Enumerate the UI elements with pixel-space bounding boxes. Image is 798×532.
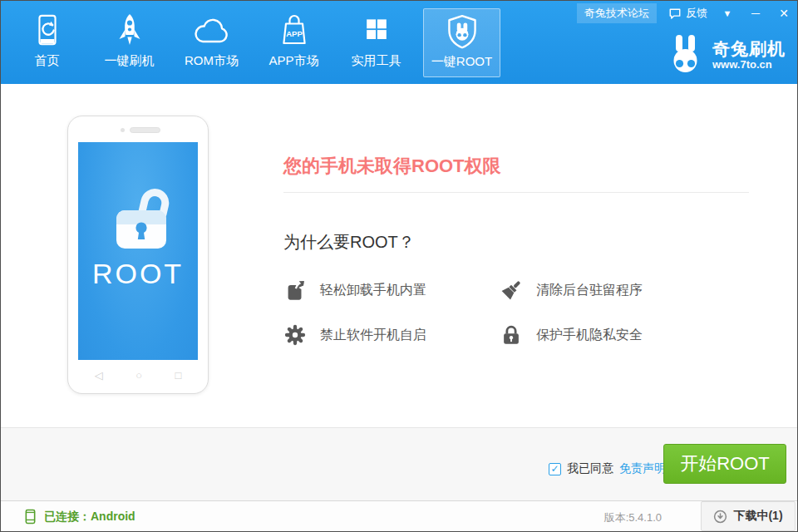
root-info-panel: 您的手机未取得ROOT权限 为什么要ROOT？ 轻松卸载手机内置 xyxy=(283,84,786,347)
grid-tiles-icon xyxy=(360,8,393,50)
screen-root-label: ROOT xyxy=(92,258,184,290)
start-root-button[interactable]: 开始ROOT xyxy=(663,444,786,484)
nav-item-rom-market[interactable]: ROM市场 xyxy=(173,8,250,77)
uninstall-box-icon xyxy=(283,278,307,302)
connection-status: 已连接：Android xyxy=(24,501,135,532)
forum-button[interactable]: 奇兔技术论坛 xyxy=(577,3,657,23)
action-bar: ✓ 我已同意 免责声明 开始ROOT xyxy=(1,427,797,500)
nav-item-label: 首页 xyxy=(35,53,60,69)
connection-text: 已连接：Android xyxy=(44,510,135,525)
rabbit-logo-icon xyxy=(668,34,705,76)
download-label: 下载中(1) xyxy=(733,509,782,524)
page-title: 您的手机未取得ROOT权限 xyxy=(283,154,786,179)
nav-item-tools[interactable]: 实用工具 xyxy=(337,8,415,77)
connected-phone-icon xyxy=(24,509,37,525)
app-bag-icon: APP xyxy=(276,8,313,50)
privacy-lock-icon xyxy=(500,323,523,347)
cloud-icon xyxy=(192,8,232,50)
status-bar: 已连接：Android 版本:5.4.1.0 下载中(1) xyxy=(1,500,797,532)
shield-rabbit-icon xyxy=(444,9,480,51)
nav-item-label: 实用工具 xyxy=(352,53,401,69)
phone-camera-dot xyxy=(121,128,125,132)
feature-label: 轻松卸载手机内置 xyxy=(320,282,426,299)
divider xyxy=(283,192,749,193)
minimize-button[interactable]: ─ xyxy=(747,5,764,22)
phone-speaker xyxy=(130,127,160,133)
header: 首页 一键刷机 ROM市场 xyxy=(1,1,797,84)
phone-nav-bar: ◁ ○ □ xyxy=(78,369,198,382)
dropdown-icon[interactable]: ▼ xyxy=(719,5,736,22)
android-home-icon: ○ xyxy=(135,369,142,382)
nav-item-label: ROM市场 xyxy=(185,53,239,69)
android-back-icon: ◁ xyxy=(95,369,103,382)
nav-item-flash[interactable]: 一键刷机 xyxy=(91,8,168,77)
agree-label: 我已同意 xyxy=(567,461,613,476)
version-text: 版本:5.4.1.0 xyxy=(604,510,662,525)
app-bag-text: APP xyxy=(286,29,303,38)
nav-item-label: 一键刷机 xyxy=(105,53,155,69)
download-icon xyxy=(713,510,727,524)
phone-refresh-icon xyxy=(30,8,65,50)
app-window: 首页 一键刷机 ROM市场 xyxy=(0,0,798,532)
brand-url: www.7to.cn xyxy=(712,58,786,71)
feature-grid: 轻松卸载手机内置 清除后台驻留程序 xyxy=(283,278,786,347)
nav-item-label: 一键ROOT xyxy=(431,54,492,70)
feedback-button[interactable]: 反馈 xyxy=(668,6,707,21)
speech-bubble-icon xyxy=(668,7,682,20)
open-padlock-icon xyxy=(111,184,178,250)
clean-brush-icon xyxy=(500,278,523,302)
nav-item-app-market[interactable]: APP APP市场 xyxy=(255,8,332,77)
titlebar-controls: 奇兔技术论坛 反馈 ▼ ─ ✕ xyxy=(577,3,792,23)
why-root-heading: 为什么要ROOT？ xyxy=(283,231,786,254)
feature-autostart: 禁止软件开机自启 xyxy=(283,323,500,347)
brand-name: 奇兔刷机 xyxy=(712,39,786,58)
nav-item-one-key-root[interactable]: 一键ROOT xyxy=(423,8,500,77)
agree-group: ✓ 我已同意 免责声明 xyxy=(549,461,666,476)
nav-item-label: APP市场 xyxy=(268,53,318,69)
feedback-label: 反馈 xyxy=(686,6,707,21)
brand-logo: 奇兔刷机 www.7to.cn xyxy=(668,34,786,76)
feature-label: 禁止软件开机自启 xyxy=(320,327,426,344)
android-recent-icon: □ xyxy=(175,369,181,382)
gear-icon xyxy=(283,323,307,347)
disclaimer-link[interactable]: 免责声明 xyxy=(619,461,666,476)
feature-uninstall: 轻松卸载手机内置 xyxy=(283,278,500,302)
feature-clean: 清除后台驻留程序 xyxy=(500,278,749,302)
close-button[interactable]: ✕ xyxy=(776,5,792,22)
feature-privacy: 保护手机隐私安全 xyxy=(500,323,749,347)
phone-illustration: ROOT ◁ ○ □ xyxy=(67,116,209,394)
rocket-icon xyxy=(111,8,148,50)
feature-label: 清除后台驻留程序 xyxy=(536,282,643,299)
main-content: ROOT ◁ ○ □ 您的手机未取得ROOT权限 为什么要ROOT？ xyxy=(1,84,797,427)
agree-checkbox[interactable]: ✓ xyxy=(549,463,561,475)
download-button[interactable]: 下载中(1) xyxy=(701,501,796,531)
phone-screen: ROOT xyxy=(78,142,198,360)
nav-item-home[interactable]: 首页 xyxy=(8,8,86,77)
feature-label: 保护手机隐私安全 xyxy=(536,327,643,344)
